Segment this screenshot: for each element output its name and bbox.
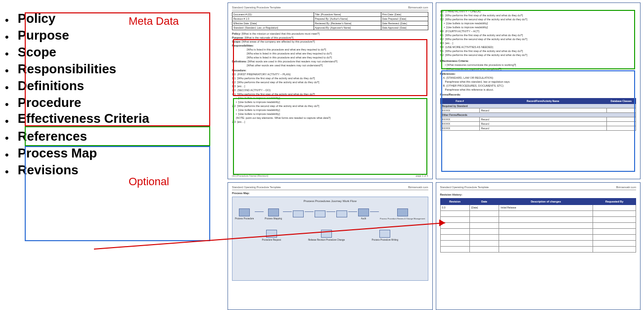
outline-item: Process Map [18,146,97,161]
outline-item: Policy [18,11,56,26]
meta-table: Document # (ID):Title: [Procedure Name]P… [232,12,428,30]
outline-panel: •Policy •Purpose •Scope •Responsibilitie… [5,10,218,179]
outline-item: References [18,129,87,144]
outline-item: Effectiveness Criteria [18,112,149,125]
outline-item: Scope [18,45,56,60]
page-4: Standard Operating Procedure TemplateBiz… [436,182,641,310]
outline-item: Responsibilities [18,61,116,77]
forms-table: Form #Record/Form/Activity NameDatabase … [440,98,637,131]
outline-item: Purpose [18,28,69,43]
outline-item: Revisions [18,162,79,178]
page-1: Standard Operating Procedure TemplateBiz… [228,2,433,179]
outline-list: •Policy •Purpose •Scope •Responsibilitie… [5,11,218,178]
revision-table: RevisionDateDescription of changesReques… [440,198,637,253]
page-2: 3.0 (THIRD ACTIVITY – CHECK)3.1 [Who per… [436,2,641,179]
template-pages: Standard Operating Procedure TemplateBiz… [228,2,641,307]
optional-label: Optional [129,175,169,188]
meta-data-label: Meta Data [129,15,179,28]
page-3: Standard Operating Procedure TemplateBiz… [228,182,433,310]
outline-item: Procedure [18,95,82,110]
outline-item: Definitions [18,78,84,94]
process-map-card: Process Procedures Journey Work Flow Pro… [232,197,428,281]
